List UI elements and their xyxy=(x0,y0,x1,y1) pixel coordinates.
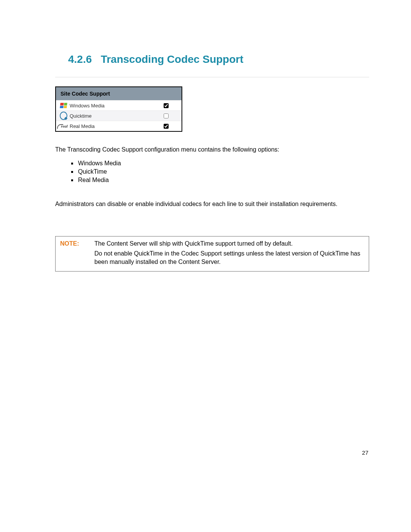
windows-media-icon xyxy=(60,102,67,109)
codec-support-panel: Site Codec Support Windows Media Quickti… xyxy=(55,86,182,132)
codec-row-quicktime: Quicktime xyxy=(56,110,182,121)
codec-row-windows-media: Windows Media xyxy=(56,100,182,110)
codec-panel-header: Site Codec Support xyxy=(56,87,182,100)
list-item: QuickTime xyxy=(77,168,369,176)
codec-label: Real Media xyxy=(70,123,162,129)
note-box: NOTE: The Content Server will ship with … xyxy=(55,236,369,272)
section-heading: 4.2.6 Transcoding Codec Support xyxy=(68,53,369,66)
codec-checkbox-windows-media[interactable] xyxy=(164,103,169,108)
codec-row-real-media: real Real Media xyxy=(56,121,182,131)
list-item: Windows Media xyxy=(77,159,369,168)
note-body: The Content Server will ship with QuickT… xyxy=(94,240,364,267)
real-media-icon: real xyxy=(60,122,67,130)
codec-checkbox-real-media[interactable] xyxy=(164,124,169,129)
codec-label: Quicktime xyxy=(70,113,162,119)
section-number: 4.2.6 xyxy=(68,53,92,65)
quicktime-icon xyxy=(60,112,67,120)
note-line-1: The Content Server will ship with QuickT… xyxy=(94,240,364,248)
list-item: Real Media xyxy=(77,176,369,184)
note-label: NOTE: xyxy=(60,240,88,267)
section-title: Transcoding Codec Support xyxy=(101,53,244,65)
intro-paragraph: The Transcoding Codec Support configurat… xyxy=(55,145,369,154)
admin-paragraph: Administrators can disable or enable ind… xyxy=(55,200,369,208)
note-line-2: Do not enable QuickTime in the Codec Sup… xyxy=(94,249,364,266)
codec-label: Windows Media xyxy=(70,103,162,109)
page-number: 27 xyxy=(362,449,368,456)
divider xyxy=(55,77,369,77)
codec-checkbox-quicktime[interactable] xyxy=(164,113,169,118)
options-list: Windows Media QuickTime Real Media xyxy=(55,159,369,185)
